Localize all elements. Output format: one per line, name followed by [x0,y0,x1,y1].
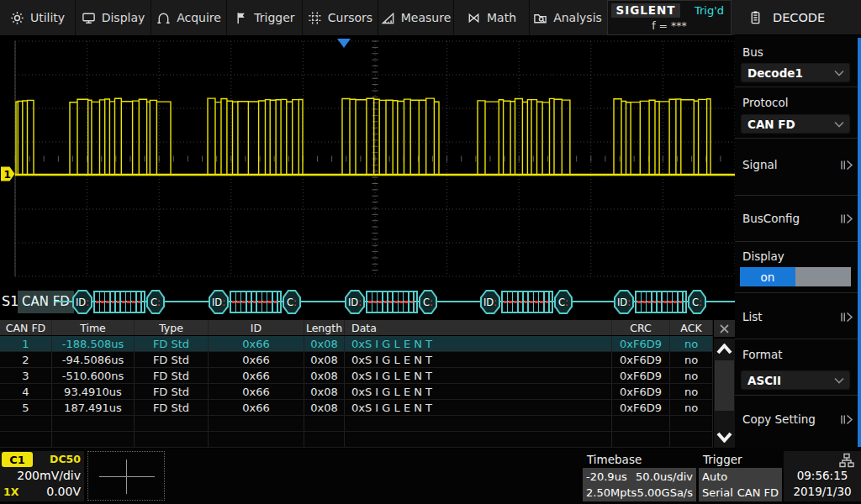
table-cell: FD Std [135,352,209,367]
decode-data-segment [93,291,145,313]
table-cell [304,416,345,431]
table-row[interactable]: 2-94.5086usFD Std0x660x080xS I G L E N T… [0,352,713,368]
col-header-5: Data [345,320,612,335]
decode-panel-title: DECODE [773,11,825,24]
scroll-thumb[interactable] [715,360,734,411]
table-cell: 1 [0,336,52,351]
menu-item-cursors[interactable]: Cursors [303,0,378,35]
menu-label: Measure [401,11,452,24]
clock-date: 2019/1/30 [784,485,861,498]
trigger-title: Trigger [699,451,782,468]
menu-item-analysis[interactable]: Analysis [530,0,605,35]
busconfig-menu-row[interactable]: BusConfig [735,212,861,225]
menu-item-utility[interactable]: Utility [0,0,76,35]
expand-arrow-icon [840,414,853,425]
format-select[interactable]: ASCII [740,370,851,391]
bus-select[interactable]: Decode1 [740,62,851,83]
display-toggle[interactable]: on [740,267,851,286]
col-header-2: Type [135,320,209,335]
timebase-block[interactable]: Timebase -20.9us50.0us/div 2.50Mpts5.00G… [583,451,696,501]
decode-crc-badge: C: [283,290,301,314]
menu-item-measure[interactable]: Measure [378,0,454,35]
trigger-position-marker[interactable] [337,39,351,48]
channel1-status-block[interactable]: C1 DC50 200mV/div 1X 0.00V [0,451,84,501]
crosshair-icon [99,476,155,477]
bus-select-value: Decode1 [747,66,803,80]
menu-label: Analysis [553,11,602,24]
menu-item-acquire[interactable]: Acquire [151,0,227,35]
menu-label: Acquire [177,11,221,24]
table-cell [345,416,612,431]
copy-setting-menu-row[interactable]: Copy Setting [735,412,861,426]
decode-panel-header: DECODE [735,0,861,35]
gear-icon [10,11,24,25]
col-header-0: CAN FD [0,320,52,335]
channel1-offset: 0.00V [46,485,81,498]
table-cell: 0xF6D9 [612,368,670,383]
list-label: List [742,310,763,323]
decode-data-segment [501,291,553,313]
graticule [15,41,735,276]
table-row[interactable]: 5187.491usFD Std0x660x080xS I G L E N T0… [0,400,713,416]
menu-label: Utility [30,11,65,24]
table-close-button[interactable] [714,320,735,337]
decode-data-segment [230,291,282,313]
decode-id-badge: ID: [209,290,229,314]
decode-result-table: CAN FDTimeTypeIDLengthDataCRCACK1-188.50… [0,320,713,448]
menu-label: Trigger [254,11,294,24]
table-cell [670,416,713,431]
menu-label: Display [102,11,145,24]
timebase-points: 2.50Mpts [586,486,637,500]
trigger-status-badge: Trig'd [695,3,724,18]
trigger-block[interactable]: Trigger Auto SerialCAN FD [699,451,782,501]
decode-id-badge: ID: [345,290,365,314]
scroll-down-button[interactable] [714,426,735,448]
menu-item-display[interactable]: Display [76,0,151,35]
sidebar-scrollbar[interactable] [858,38,861,447]
list-menu-row[interactable]: List [735,310,861,323]
decode-crc-badge: C: [146,290,165,314]
decode-id-badge: ID: [614,290,634,314]
scroll-up-button[interactable] [714,338,735,360]
table-cell: 0x66 [209,336,304,351]
bottom-status-bar: C1 DC50 200mV/div 1X 0.00V Timebase -20.… [0,449,861,504]
table-cell: 0x08 [304,384,345,399]
table-cell: 4 [0,384,52,399]
clock-block: 09:56:15 2019/1/30 [784,451,861,501]
table-cell: no [670,368,713,383]
cursors-icon [308,11,322,25]
table-cell: 0xS I G L E N T [345,368,612,383]
col-header-1: Time [52,320,135,335]
menu-label: Math [487,11,516,24]
table-cell [0,416,52,431]
format-select-value: ASCII [747,374,781,387]
protocol-select[interactable]: CAN FD [740,113,851,134]
table-row[interactable]: 493.4910usFD Std0x660x080xS I G L E N T0… [0,384,713,400]
table-cell: 0xF6D9 [612,352,670,367]
table-cell [612,416,670,431]
timebase-sample-rate: 5.00GSa/s [637,486,693,500]
timebase-title: Timebase [583,451,696,468]
table-cell: -94.5086us [52,352,135,367]
table-cell: 0x66 [209,368,304,383]
table-cell: FD Std [135,384,209,399]
siglent-logo: SIGLENT [611,3,680,18]
table-cell [209,432,304,447]
table-cell: FD Std [135,368,209,383]
decode-bus-row: S1 CAN FD ID:C:ID:C:ID:C:ID:C:ID:C: [0,290,735,320]
measure-icon [381,11,395,25]
menu-item-math[interactable]: Math [454,0,530,35]
signal-menu-row[interactable]: Signal [735,158,861,171]
close-icon [719,323,730,334]
add-channel-placeholder[interactable] [87,451,165,501]
table-row[interactable]: 3-510.600nsFD Std0x660x080xS I G L E N T… [0,368,713,384]
channel1-marker-label: 1 [4,169,11,181]
channel1-coupling: DC50 [50,453,81,465]
table-empty-row [0,416,713,432]
flag-icon [234,11,248,25]
table-row[interactable]: 1-188.508usFD Std0x660x080xS I G L E N T… [0,336,713,352]
menu-item-trigger[interactable]: Trigger [227,0,303,35]
display-toggle-off [795,267,851,286]
table-cell: 2 [0,352,52,367]
decode-id-badge: ID: [480,290,500,314]
